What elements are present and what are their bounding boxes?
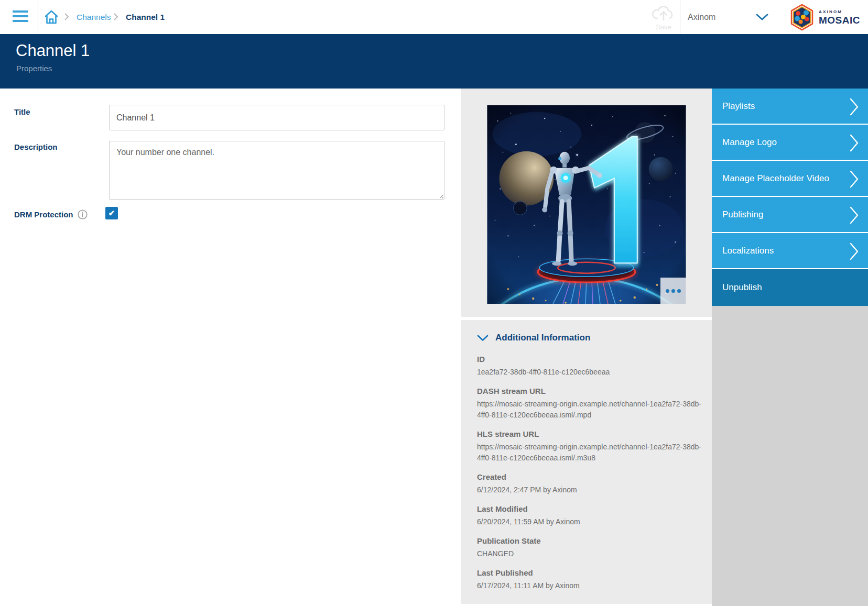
manage-logo-button[interactable]: Manage Logo [712, 125, 868, 161]
additional-information-panel: Additional Information ID 1ea2fa72-38db-… [461, 320, 712, 604]
breadcrumb-channels-link[interactable]: Channels [77, 0, 111, 34]
artwork-more-options-button[interactable] [660, 278, 686, 304]
chevron-right-icon [850, 98, 859, 118]
action-button-label: Manage Logo [722, 137, 777, 148]
chevron-right-icon [850, 243, 859, 263]
save-button[interactable]: Save [648, 4, 679, 31]
mosaic-hexagon-icon [789, 4, 815, 31]
field-label: HLS stream URL [477, 429, 709, 438]
channel-artwork-image [487, 105, 686, 304]
info-field: Last Published 6/17/2024, 11:11 AM by Ax… [477, 568, 709, 591]
field-label: DASH stream URL [477, 387, 709, 395]
title-field-label: Title [14, 107, 30, 116]
field-value: 6/12/2024, 2:47 PM by Axinom [477, 484, 709, 495]
breadcrumb-current-page: Channel 1 [126, 0, 165, 34]
action-button-label: Publishing [722, 210, 763, 220]
info-field: Last Modified 6/20/2024, 11:59 AM by Axi… [477, 504, 709, 527]
topbar-divider [38, 0, 38, 34]
home-icon[interactable] [44, 9, 59, 25]
description-textarea[interactable]: Your number one channel. [109, 141, 444, 200]
localizations-button[interactable]: Localizations [712, 233, 868, 269]
chevron-right-icon [850, 206, 859, 227]
field-value: 6/20/2024, 11:59 AM by Axinom [477, 516, 709, 527]
chevron-down-icon [756, 14, 768, 23]
page-title: Channel 1 [16, 41, 90, 60]
manage-placeholder-video-button[interactable]: Manage Placeholder Video [712, 161, 868, 197]
info-field: Created 6/12/2024, 2:47 PM by Axinom [477, 472, 709, 495]
field-value: 6/17/2024, 11:11 AM by Axinom [477, 580, 709, 591]
info-field: HLS stream URL https://mosaic-streaming-… [477, 429, 709, 464]
action-button-label: Manage Placeholder Video [722, 173, 829, 184]
breadcrumb-separator-icon [64, 13, 69, 23]
ellipsis-icon [666, 289, 669, 293]
additional-information-toggle[interactable]: Additional Information [477, 333, 712, 343]
top-bar: Channels Channel 1 Save Axinom AX [0, 0, 868, 34]
logo-product-name: MOSAIC [819, 15, 860, 25]
field-label: Created [477, 472, 709, 481]
breadcrumb-separator-icon [113, 13, 118, 23]
topbar-divider [680, 0, 680, 34]
description-field-label: Description [14, 142, 58, 151]
page-subtitle: Properties [16, 64, 52, 73]
tenant-name: Axinom [688, 13, 715, 22]
info-field: DASH stream URL https://mosaic-streaming… [477, 387, 709, 421]
info-field: Publication State CHANGED [477, 536, 709, 559]
axinom-mosaic-logo: AXINOM MOSAIC [789, 4, 865, 31]
additional-information-heading: Additional Information [495, 333, 590, 343]
publishing-button[interactable]: Publishing [712, 197, 868, 233]
title-input[interactable] [109, 105, 444, 130]
action-rail: Playlists Manage Logo Manage Placeholder… [712, 89, 868, 606]
tenant-switcher[interactable]: Axinom [688, 0, 776, 34]
field-label: Last Modified [477, 504, 709, 513]
drm-protection-checkbox[interactable]: ✔ [105, 207, 118, 219]
page-header: Channel 1 Properties [0, 34, 868, 89]
info-field: ID 1ea2fa72-38db-4ff0-811e-c120ec6beeaa [477, 355, 709, 378]
save-button-label: Save [648, 23, 679, 31]
field-value: 1ea2fa72-38db-4ff0-811e-c120ec6beeaa [477, 367, 709, 378]
chevron-right-icon [850, 134, 859, 155]
action-button-label: Playlists [722, 101, 755, 112]
unpublish-button-label: Unpublish [722, 282, 762, 293]
chevron-right-icon [850, 170, 859, 191]
drm-protection-label: DRM Protection [14, 210, 73, 219]
field-value: https://mosaic-streaming-origin.example.… [477, 442, 709, 464]
cloud-upload-icon [652, 4, 676, 22]
field-label: Publication State [477, 536, 709, 545]
chevron-down-icon [477, 335, 489, 341]
hamburger-menu-icon[interactable] [13, 10, 28, 24]
field-value: https://mosaic-streaming-origin.example.… [477, 399, 709, 421]
field-value: CHANGED [477, 548, 709, 559]
action-button-label: Localizations [722, 246, 774, 256]
unpublish-button[interactable]: Unpublish [712, 269, 868, 306]
logo-brand-name: AXINOM [819, 10, 860, 14]
field-label: Last Published [477, 568, 709, 577]
info-icon[interactable] [78, 210, 88, 219]
playlists-button[interactable]: Playlists [712, 89, 868, 125]
field-label: ID [477, 355, 709, 363]
